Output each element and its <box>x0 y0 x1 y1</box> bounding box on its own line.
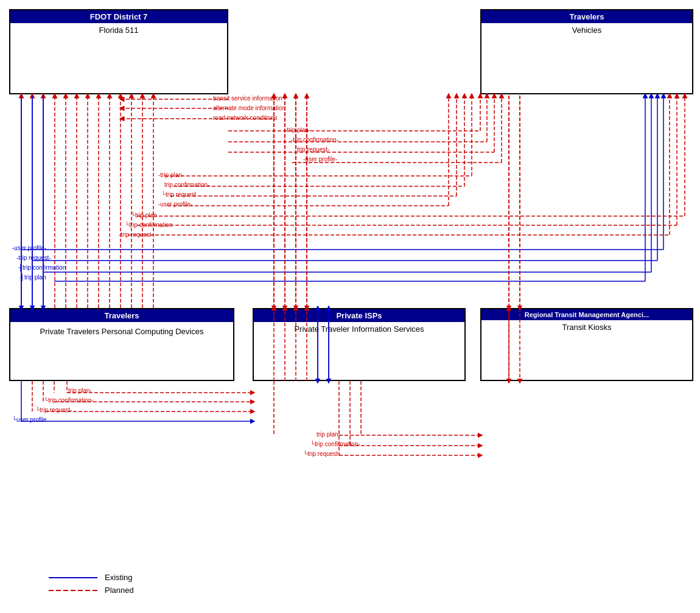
label-trip-conf-below2: └trip confirmation- <box>310 441 360 447</box>
label-trip-conf-2: trip confirmation- <box>164 181 209 188</box>
label-user-profile-below: └user profile <box>12 416 47 423</box>
rtma-box: Regional Transit Management Agenci... Tr… <box>480 308 693 381</box>
ptpcd-header: Travelers <box>10 309 233 322</box>
fdot-body: Florida 511 <box>10 23 227 37</box>
label-trip-conf-blue: ┤trip confirmation <box>18 264 66 271</box>
label-trip-conf-3: └trip confirmation <box>125 222 172 228</box>
private-isps-body: Private Traveler Information Services <box>254 322 464 336</box>
label-user-profile-blue: -user profile- <box>12 245 46 251</box>
rtma-header: Regional Transit Management Agenci... <box>481 309 692 320</box>
legend: Existing Planned <box>49 573 134 595</box>
label-trip-req-1: trip request- <box>297 146 329 153</box>
travelers-vehicles-box: Travelers Vehicles <box>480 9 693 94</box>
label-trip-plan-3: └trip plan <box>131 212 157 219</box>
label-road-network: road network conditions <box>213 114 278 121</box>
private-isps-header: Private ISPs <box>254 309 464 322</box>
existing-line-icon <box>49 575 97 581</box>
label-trip-plan-1: -trip plan- <box>285 127 310 133</box>
ptpcd-body: Private Travelers Personal Computing Dev… <box>10 322 233 341</box>
rtma-body: Transit Kiosks <box>481 320 692 334</box>
diagram-container: FDOT District 7 Florida 511 Travelers Ve… <box>0 0 700 613</box>
planned-label: Planned <box>105 586 134 595</box>
label-trip-plan-blue: ┤trip plan <box>20 274 46 281</box>
label-user-profile-2: -user profile- <box>158 201 192 208</box>
label-trip-req-3: -trip request- <box>119 231 153 238</box>
label-trip-conf-below: └trip confirmation- <box>44 397 94 404</box>
fdot-header: FDOT District 7 <box>10 10 227 23</box>
label-trip-plan-below2: trip plan- <box>317 431 340 438</box>
planned-line-icon <box>49 587 97 594</box>
ptpcd-box: Travelers Private Travelers Personal Com… <box>9 308 234 381</box>
fdot-box: FDOT District 7 Florida 511 <box>9 9 228 94</box>
existing-label: Existing <box>105 573 133 582</box>
label-transit-service: transit service information <box>213 95 282 102</box>
travelers-vehicles-header: Travelers <box>481 10 692 23</box>
label-trip-plan-2: -trip plan- <box>158 172 184 178</box>
label-trip-conf-1: -trip confirmation- <box>291 136 338 143</box>
label-trip-req-2: └trip request <box>161 191 196 198</box>
label-trip-req-blue: -trip request- <box>16 254 51 261</box>
label-user-profile-1: -user profile- <box>303 156 337 163</box>
label-trip-req-below: └trip request- <box>35 407 72 413</box>
legend-existing: Existing <box>49 573 134 582</box>
travelers-vehicles-body: Vehicles <box>481 23 692 37</box>
label-trip-plan-below: trip plan- <box>68 387 92 394</box>
private-isps-box: Private ISPs Private Traveler Informatio… <box>253 308 466 381</box>
legend-planned: Planned <box>49 586 134 595</box>
label-trip-req-below2: └trip request- <box>303 450 340 457</box>
label-alternate-mode: alternate mode information <box>213 105 285 111</box>
